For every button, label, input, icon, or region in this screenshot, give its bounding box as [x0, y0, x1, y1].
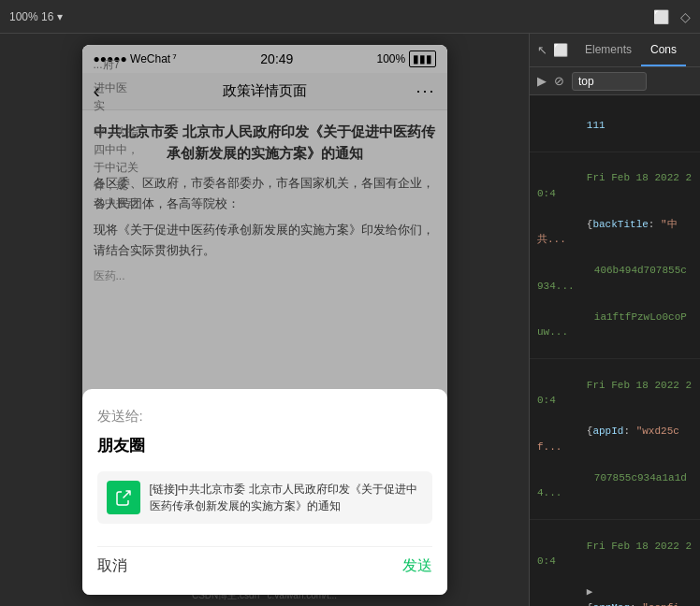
devtools-tab-icons: ↖ ⬜ [530, 43, 576, 57]
devtools-panel: ↖ ⬜ Elements Cons ▶ ⊘ 111 [529, 34, 700, 606]
zoom-label[interactable]: 100% 16 ▾ [9, 10, 63, 23]
share-friend-circle-label[interactable]: 朋友圈 [97, 435, 432, 456]
console-number: 111 [587, 120, 605, 131]
device-icon[interactable]: ⬜ [553, 43, 568, 57]
tab-console[interactable]: Cons [641, 34, 686, 66]
console-line: Fri Feb 18 2022 20:4 {backTitle: "中共... … [530, 152, 700, 360]
block-icon[interactable]: ⊘ [554, 74, 564, 88]
share-preview-text: [链接]中共北京市委 北京市人民政府印发《关于促进中医药传承创新发展的实施方案》… [150, 481, 423, 514]
console-line: Fri Feb 18 2022 20:4 {appId: "wxd25cf...… [530, 359, 700, 520]
bg-content: ...府7 进中医 实 导，为指 四中中， 于中记关 律，规 动中推动 [82, 45, 447, 389]
devtools-tabs-labels: Elements Cons [576, 34, 700, 66]
toolbar-icons: ⬜ ◇ [653, 9, 691, 24]
share-link-icon [107, 481, 140, 514]
share-send-to-label: 发送给: [97, 408, 432, 426]
share-preview: [链接]中共北京市委 北京市人民政府印发《关于促进中医药传承创新发展的实施方案》… [97, 471, 432, 524]
viewport-icon[interactable]: ⬜ [653, 9, 669, 24]
cancel-button[interactable]: 取消 [97, 556, 127, 576]
phone-area: ●●●●● WeChat ⁷ 20:49 100% ▮▮▮ ‹ 政策详情页面 ·… [0, 34, 529, 606]
main-area: ●●●●● WeChat ⁷ 20:49 100% ▮▮▮ ‹ 政策详情页面 ·… [0, 34, 700, 606]
touch-icon[interactable]: ◇ [680, 9, 691, 24]
cursor-icon[interactable]: ↖ [537, 43, 547, 57]
share-actions: 取消 发送 [97, 546, 432, 576]
tab-elements[interactable]: Elements [576, 34, 641, 66]
tab-elements-label: Elements [585, 43, 632, 56]
devtools-toolbar: ▶ ⊘ [530, 67, 700, 95]
run-icon[interactable]: ▶ [537, 74, 547, 88]
devtools-content[interactable]: 111 Fri Feb 18 2022 20:4 {backTitle: "中共… [530, 95, 700, 606]
share-modal-overlay: ...府7 进中医 实 导，为指 四中中， 于中记关 律，规 动中推动 发送给:… [82, 45, 447, 595]
console-line: Fri Feb 18 2022 20:4 ▶ {errMsg: "config.… [530, 520, 700, 606]
console-line: 111 [530, 99, 700, 152]
send-button[interactable]: 发送 [402, 556, 432, 576]
tab-console-label: Cons [650, 43, 677, 56]
top-toolbar: 100% 16 ▾ ⬜ ◇ [0, 0, 700, 34]
devtools-tabs: ↖ ⬜ Elements Cons [530, 34, 700, 67]
share-modal: 发送给: 朋友圈 [链接]中共北京市委 北京市人民政府印发《关于促进中医药传承创… [82, 389, 447, 595]
phone-frame: ●●●●● WeChat ⁷ 20:49 100% ▮▮▮ ‹ 政策详情页面 ·… [82, 45, 447, 595]
context-input[interactable] [572, 72, 647, 91]
